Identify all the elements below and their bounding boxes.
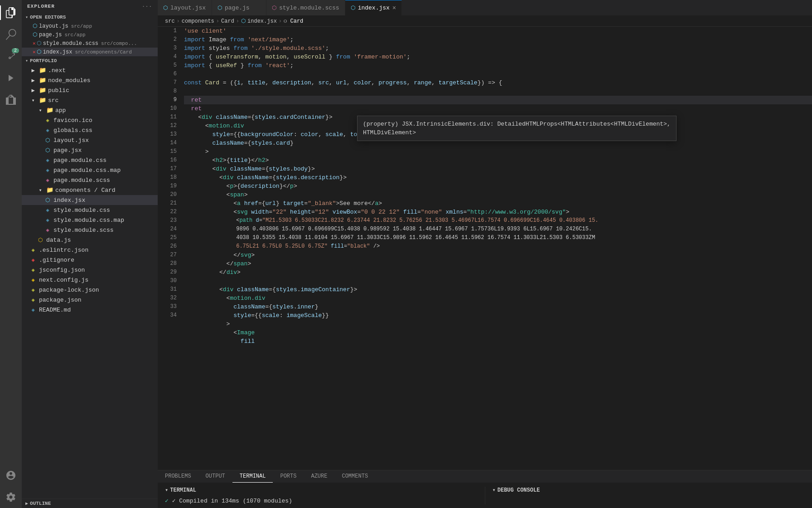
tree-item-page-jsx[interactable]: ⬡ page.jsx: [22, 145, 158, 155]
tree-item-globals-css[interactable]: ◈ globals.css: [22, 125, 158, 135]
next-folder-name: .next: [48, 67, 66, 74]
page-jsx-name: page.jsx: [53, 147, 82, 154]
tree-item-page-module-css-map[interactable]: ◈ page.module.css.map: [22, 165, 158, 175]
tree-item-gitignore[interactable]: ◈ .gitignore: [22, 255, 158, 265]
account-activity-icon[interactable]: [0, 464, 22, 486]
tree-item-node-modules[interactable]: ▶ 📁 node_modules: [22, 75, 158, 85]
portfolio-section[interactable]: ▾ PORTFOLIO: [22, 56, 158, 65]
tree-item-components-card[interactable]: ▾ 📁 components / Card: [22, 185, 158, 195]
page-module-css-map-name: page.module.css.map: [53, 167, 121, 174]
page-module-css-name: page.module.css: [53, 157, 106, 164]
tab-index-jsx[interactable]: ⬡ index.jsx ×: [345, 0, 402, 15]
line-num-15: 15: [158, 147, 177, 156]
open-editor-index[interactable]: ✕ ⬡ index.jsx src/components/Card: [22, 48, 158, 56]
tab-style-icon: ⬡: [272, 5, 276, 11]
code-content[interactable]: 'use client' import Image from 'next/ima…: [180, 27, 812, 470]
code-line-24: </svg>: [184, 251, 812, 259]
line-num-32: 32: [158, 294, 177, 303]
tree-item-style-module-css[interactable]: ◈ style.module.css: [22, 205, 158, 215]
tab-style-module[interactable]: ⬡ style.module.scss: [266, 0, 345, 15]
tree-item-jsconfig[interactable]: ◈ jsconfig.json: [22, 265, 158, 275]
tree-item-page-module-scss[interactable]: ◈ page.module.scss: [22, 175, 158, 185]
outline-chevron: ▶: [25, 501, 28, 506]
layout-file-name: layout.js: [39, 23, 68, 29]
open-editor-style[interactable]: ✕ ⬡ style.module.scss src/compo...: [22, 39, 158, 48]
tree-item-favicon[interactable]: ◈ favicon.ico: [22, 115, 158, 125]
tab-index-close[interactable]: ×: [392, 5, 396, 12]
tree-item-data-js[interactable]: ⬡ data.js: [22, 235, 158, 245]
outline-section[interactable]: ▶ OUTLINE: [22, 498, 158, 508]
breadcrumb-index-name[interactable]: index.jsx: [247, 18, 277, 24]
tab-bar: ⬡ layout.jsx ⬡ page.js ⬡ style.module.sc…: [158, 0, 812, 16]
line-num-12: 12: [158, 122, 177, 130]
terminal-output-1: ✓ ✓ Compiled in 134ms (1070 modules): [165, 497, 478, 504]
code-line-20: <span>: [184, 190, 812, 199]
tree-item-next-config[interactable]: ◈ next.config.js: [22, 275, 158, 285]
bottom-panel: PROBLEMS OUTPUT TERMINAL PORTS AZURE COM…: [158, 470, 812, 508]
panel-tab-problems[interactable]: PROBLEMS: [158, 470, 198, 483]
breadcrumb-sep-3: ›: [236, 18, 239, 24]
line-num-31: 31: [158, 285, 177, 294]
tree-item-page-module-css[interactable]: ◈ page.module.css: [22, 155, 158, 165]
tree-item-package-json[interactable]: ◈ package.json: [22, 295, 158, 305]
panel-tab-comments[interactable]: COMMENTS: [334, 470, 375, 483]
terminal-area: ▾ TERMINAL ✓ ✓ Compiled in 134ms (1070 m…: [158, 483, 812, 508]
index-file-icon: ⬡: [37, 49, 41, 55]
open-editor-layout[interactable]: ⬡ layout.js src/app: [22, 22, 158, 30]
line-num-22: 22: [158, 208, 177, 216]
open-editor-page[interactable]: ⬡ page.js src/app: [22, 30, 158, 39]
open-editors-section[interactable]: ▾ OPEN EDITORS: [22, 13, 158, 22]
line-num-1: 1: [158, 27, 177, 35]
style-file-path: src/compo...: [101, 41, 137, 46]
search-activity-icon[interactable]: [0, 24, 22, 45]
tab-page-js[interactable]: ⬡ page.js: [212, 0, 266, 15]
breadcrumb-card-symbol[interactable]: ⚇ Card: [284, 18, 303, 24]
breadcrumb-index-file[interactable]: ⬡: [241, 18, 246, 24]
tree-item-style-module-css-map[interactable]: ◈ style.module.css.map: [22, 215, 158, 225]
run-activity-icon[interactable]: [0, 67, 22, 89]
explorer-header: EXPLORER ···: [22, 0, 158, 13]
tree-item-src[interactable]: ▾ 📁 src: [22, 95, 158, 105]
code-line-22: <svg width="22" height="12" viewBox="0 0…: [184, 208, 812, 216]
breadcrumb-card-folder[interactable]: Card: [221, 18, 234, 24]
breadcrumb-components[interactable]: components: [182, 18, 214, 24]
index-close-icon[interactable]: ✕: [33, 49, 36, 55]
tree-item-app[interactable]: ▾ 📁 app: [22, 105, 158, 115]
portfolio-chevron: ▾: [25, 58, 28, 64]
panel-tab-output[interactable]: OUTPUT: [198, 470, 232, 483]
tree-item-next[interactable]: ▶ 📁 .next: [22, 65, 158, 75]
tree-item-readme[interactable]: ◈ README.md: [22, 305, 158, 315]
panel-tab-azure[interactable]: AZURE: [304, 470, 334, 483]
extensions-activity-icon[interactable]: [0, 89, 22, 111]
tree-item-index-jsx[interactable]: ⬡ index.jsx: [22, 195, 158, 205]
code-line-26: </div>: [184, 268, 812, 277]
tree-item-layout-jsx[interactable]: ⬡ layout.jsx: [22, 135, 158, 145]
app-folder-icon: ▾: [36, 106, 44, 114]
line-num-29: 29: [158, 268, 177, 277]
breadcrumb-sep-4: ›: [279, 18, 282, 24]
line-num-8: 8: [158, 87, 177, 96]
tab-layout-jsx[interactable]: ⬡ layout.jsx: [158, 0, 212, 15]
layout-file-path: src/app: [71, 24, 92, 29]
settings-activity-icon[interactable]: [0, 486, 22, 508]
source-control-activity-icon[interactable]: 2: [0, 45, 22, 67]
panel-tab-ports[interactable]: PORTS: [273, 470, 304, 483]
line-num-9: 9: [158, 96, 177, 104]
line-num-17: 17: [158, 165, 177, 173]
code-line-33: <Image: [184, 328, 812, 337]
panel-tab-terminal[interactable]: TERMINAL: [232, 470, 273, 483]
style-file-name: style.module.scss: [43, 40, 98, 47]
tree-item-public[interactable]: ▶ 📁 public: [22, 85, 158, 95]
code-line-30: className={styles.inner}: [184, 303, 812, 311]
node-modules-name: node_modules: [48, 77, 91, 84]
breadcrumb-src[interactable]: src: [165, 18, 175, 24]
style-close-icon[interactable]: ✕: [33, 40, 36, 46]
page-module-css-icon: ◈: [44, 156, 52, 164]
tree-item-eslintrc[interactable]: ◈ .eslintrc.json: [22, 245, 158, 255]
code-line-23d: 6.75L21 6.75L0 5.25L0 6.75Z" fill="black…: [184, 242, 812, 251]
explorer-activity-icon[interactable]: [0, 2, 22, 24]
tree-item-style-module-scss[interactable]: ◈ style.module.scss: [22, 225, 158, 235]
portfolio-label: PORTFOLIO: [30, 58, 57, 64]
globals-css-name: globals.css: [53, 127, 92, 134]
tree-item-package-lock[interactable]: ◈ package-lock.json: [22, 285, 158, 295]
